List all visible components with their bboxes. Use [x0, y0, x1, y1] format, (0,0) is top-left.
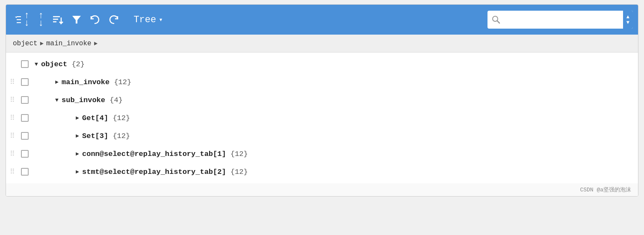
node-label: object {2} — [41, 60, 85, 68]
search-down-arrow[interactable]: ▼ — [626, 20, 629, 25]
checkbox-area[interactable] — [18, 78, 32, 86]
tree-content: ⠿ ▼ object {2} ⠿ ► main_invo — [6, 53, 638, 183]
checkbox-area[interactable] — [18, 60, 32, 68]
tree-row[interactable]: ⠿ ▼ object {2} — [6, 55, 638, 73]
node-count: {12} — [230, 168, 248, 176]
svg-line-5 — [497, 21, 499, 23]
node-label: main_invoke {12} — [62, 78, 131, 86]
expand-all-icon[interactable]: ↑ ↓ — [11, 10, 32, 29]
toggle-arrow[interactable]: ▼ — [32, 59, 41, 69]
drag-handle: ⠿ — [6, 167, 18, 176]
search-arrows[interactable]: ▲ ▼ — [623, 11, 633, 29]
tree-row[interactable]: ⠿ ► conn@select@replay_history_tab[1] {1… — [6, 145, 638, 163]
checkbox-area[interactable] — [18, 96, 32, 104]
checkbox[interactable] — [21, 96, 29, 104]
node-name: Get[4] — [82, 114, 108, 122]
checkbox-area[interactable] — [18, 168, 32, 176]
redo-icon[interactable] — [106, 13, 121, 26]
toggle-arrow[interactable]: ► — [52, 77, 62, 87]
checkbox[interactable] — [21, 132, 29, 140]
svg-marker-3 — [72, 16, 81, 24]
tree-dropdown-button[interactable]: Tree ▾ — [128, 13, 168, 27]
undo-icon[interactable] — [87, 13, 103, 26]
toggle-arrow[interactable]: ► — [73, 113, 82, 123]
checkbox-area[interactable] — [18, 150, 32, 158]
breadcrumb-arrow-1: ► — [40, 40, 44, 47]
search-icon — [492, 15, 500, 24]
node-name: object — [41, 60, 67, 68]
tree-label: Tree — [133, 15, 156, 25]
main-container: ↑ ↓ ↑ ↓ — [6, 4, 638, 197]
node-name: Set[3] — [82, 132, 108, 140]
drag-handle: ⠿ — [6, 78, 18, 86]
toggle-arrow[interactable]: ► — [73, 149, 82, 159]
node-count: {12} — [230, 150, 248, 158]
tree-dropdown-icon: ▾ — [159, 15, 163, 24]
breadcrumb: object ► main_invoke ► — [6, 35, 638, 53]
checkbox[interactable] — [21, 150, 29, 158]
node-count: {12} — [112, 114, 130, 122]
node-name: conn@select@replay_history_tab[1] — [82, 150, 226, 158]
breadcrumb-object: object — [13, 40, 38, 47]
checkbox[interactable] — [21, 114, 29, 122]
breadcrumb-arrow-2: ► — [94, 40, 97, 47]
node-label: conn@select@replay_history_tab[1] {12} — [82, 150, 248, 158]
node-count: {2} — [71, 60, 85, 68]
node-count: {12} — [114, 78, 131, 86]
drag-handle: ⠿ — [6, 114, 18, 122]
node-name: stmt@select@replay_history_tab[2] — [82, 168, 226, 176]
checkbox[interactable] — [21, 168, 29, 176]
checkbox[interactable] — [21, 78, 29, 86]
node-count: {4} — [109, 96, 123, 104]
sort-icon[interactable] — [50, 13, 66, 26]
tree-row[interactable]: ⠿ ▼ sub_invoke {4} — [6, 91, 638, 109]
node-name: main_invoke — [62, 78, 109, 86]
node-count: {12} — [112, 132, 130, 140]
search-up-arrow[interactable]: ▲ — [626, 15, 629, 20]
filter-icon[interactable] — [69, 13, 84, 26]
drag-handle: ⠿ — [6, 150, 18, 158]
collapse-all-icon[interactable]: ↑ ↓ — [35, 10, 46, 29]
toggle-arrow[interactable]: ► — [73, 131, 82, 141]
node-label: Set[3] {12} — [82, 132, 130, 140]
search-container: ▲ ▼ — [487, 11, 633, 29]
node-name: sub_invoke — [62, 96, 105, 104]
checkbox-area[interactable] — [18, 132, 32, 140]
checkbox-area[interactable] — [18, 114, 32, 122]
tree-row[interactable]: ⠿ ► main_invoke {12} — [6, 73, 638, 91]
drag-handle: ⠿ — [6, 132, 18, 140]
checkbox[interactable] — [21, 60, 29, 68]
node-label: sub_invoke {4} — [62, 96, 123, 104]
node-label: Get[4] {12} — [82, 114, 130, 122]
toggle-arrow[interactable]: ► — [73, 167, 82, 176]
tree-row[interactable]: ⠿ ► Set[3] {12} — [6, 127, 638, 145]
node-label: stmt@select@replay_history_tab[2] {12} — [82, 168, 248, 176]
breadcrumb-main-invoke: main_invoke — [46, 40, 92, 47]
tree-row[interactable]: ⠿ ► Get[4] {12} — [6, 109, 638, 127]
tree-row[interactable]: ⠿ ► stmt@select@replay_history_tab[2] {1… — [6, 163, 638, 181]
drag-handle: ⠿ — [6, 96, 18, 104]
search-input[interactable] — [500, 11, 623, 29]
footer: CSDN @a坚强的泡沫 — [6, 183, 638, 196]
toggle-arrow[interactable]: ▼ — [52, 95, 62, 105]
toolbar: ↑ ↓ ↑ ↓ — [6, 5, 638, 35]
attribution: CSDN @a坚强的泡沫 — [580, 186, 631, 194]
